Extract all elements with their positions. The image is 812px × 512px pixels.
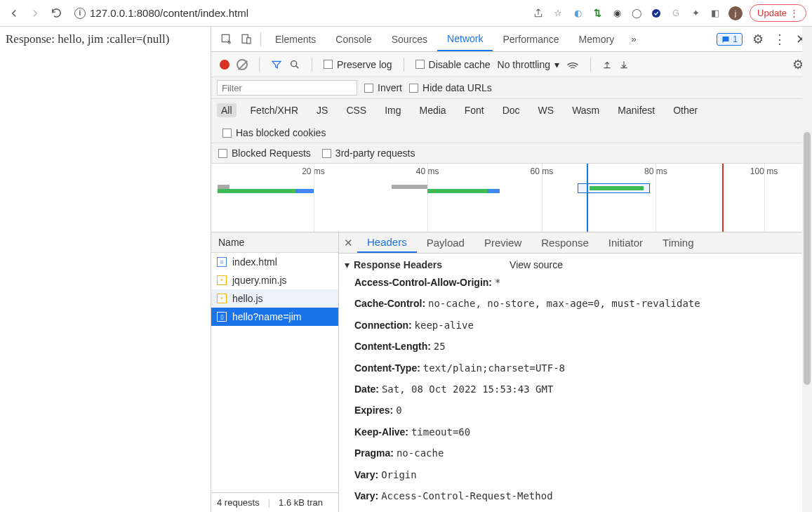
- response-header-row: Vary: Access-Control-Request-Method: [339, 485, 812, 506]
- blocked-cookies-checkbox[interactable]: Has blocked cookies: [222, 127, 326, 138]
- filter-input[interactable]: [217, 80, 357, 96]
- extension-icon-4[interactable]: ◯: [630, 7, 643, 20]
- extension-icon-5[interactable]: [650, 7, 663, 20]
- details-tabbar: ✕ Headers Payload Preview Response Initi…: [339, 232, 812, 254]
- file-request-icon: ▯: [217, 312, 227, 322]
- header-value: 25: [434, 341, 446, 352]
- caret-down-icon: ▾: [345, 259, 350, 270]
- file-js-icon: ∘: [217, 275, 227, 285]
- clear-button[interactable]: [237, 59, 248, 70]
- devtools-panel: Elements Console Sources Network Perform…: [211, 27, 812, 512]
- tab-performance[interactable]: Performance: [493, 27, 568, 51]
- type-other[interactable]: Other: [669, 103, 702, 117]
- more-tabs-icon[interactable]: »: [624, 29, 644, 49]
- type-ws[interactable]: WS: [534, 103, 559, 117]
- filter-toggle-icon[interactable]: [271, 59, 282, 70]
- reload-button[interactable]: [48, 5, 65, 22]
- request-row[interactable]: ≡index.html: [211, 253, 338, 271]
- request-row[interactable]: ∘jquery.min.js: [211, 271, 338, 289]
- site-info-icon[interactable]: i: [74, 8, 86, 19]
- update-button[interactable]: Update⋮: [750, 4, 806, 22]
- tab-elements[interactable]: Elements: [265, 27, 326, 51]
- type-filter-row: All Fetch/XHR JS CSS Img Media Font Doc …: [211, 99, 812, 143]
- requests-count: 4 requests: [217, 497, 260, 508]
- response-headers-section[interactable]: ▾ Response Headers View source: [339, 258, 812, 272]
- details-tab-response[interactable]: Response: [531, 232, 599, 253]
- scrollbar-thumb[interactable]: [804, 132, 811, 385]
- type-doc[interactable]: Doc: [498, 103, 524, 117]
- browser-toolbar: i 127.0.0.1:8080/content/index.html ☆ ◐ …: [0, 0, 812, 27]
- type-manifest[interactable]: Manifest: [613, 103, 659, 117]
- view-source-link[interactable]: View source: [510, 259, 563, 270]
- update-menu-icon[interactable]: ⋮: [790, 8, 799, 18]
- details-tab-preview[interactable]: Preview: [474, 232, 531, 253]
- svg-point-0: [652, 9, 660, 18]
- response-header-row: Date: Sat, 08 Oct 2022 15:53:43 GMT: [339, 379, 812, 400]
- star-icon[interactable]: ☆: [552, 7, 564, 20]
- header-name: Keep-Alive:: [354, 426, 411, 438]
- share-icon[interactable]: [532, 7, 545, 20]
- tab-console[interactable]: Console: [326, 27, 381, 51]
- type-media[interactable]: Media: [415, 103, 451, 117]
- file-html-icon: ≡: [217, 257, 227, 267]
- type-img[interactable]: Img: [380, 103, 405, 117]
- request-row[interactable]: ∘hello.js: [211, 289, 338, 308]
- response-header-row: Cache-Control: no-cache, no-store, max-a…: [339, 293, 812, 314]
- extension-icon-1[interactable]: ◐: [571, 7, 584, 20]
- extension-icon-6[interactable]: G: [670, 7, 682, 20]
- block-row: Blocked Requests 3rd-party requests: [211, 143, 812, 164]
- response-header-row: Vary: Origin: [339, 464, 812, 485]
- extensions-puzzle-icon[interactable]: ✦: [689, 7, 702, 20]
- details-tab-payload[interactable]: Payload: [417, 232, 474, 253]
- type-js[interactable]: JS: [312, 103, 332, 117]
- window-scrollbar[interactable]: [802, 27, 812, 512]
- record-button[interactable]: [220, 60, 229, 70]
- profile-avatar[interactable]: j: [728, 6, 743, 20]
- tab-sources[interactable]: Sources: [382, 27, 437, 51]
- details-tab-timing[interactable]: Timing: [653, 232, 703, 253]
- type-font[interactable]: Font: [460, 103, 488, 117]
- header-name: Date:: [354, 383, 382, 395]
- type-css[interactable]: CSS: [342, 103, 371, 117]
- network-conditions-icon[interactable]: [566, 60, 579, 70]
- header-value: 0: [396, 405, 401, 416]
- third-party-checkbox[interactable]: 3rd-party requests: [322, 147, 415, 159]
- device-toggle-icon[interactable]: [237, 29, 256, 49]
- details-close-icon[interactable]: ✕: [339, 237, 357, 249]
- request-row[interactable]: ▯hello?name=jim: [211, 308, 338, 326]
- invert-checkbox[interactable]: Invert: [364, 82, 402, 93]
- throttling-select[interactable]: No throttling ▾: [498, 59, 559, 70]
- forward-button[interactable]: [27, 5, 44, 22]
- blocked-requests-checkbox[interactable]: Blocked Requests: [218, 147, 311, 159]
- devtools-menu-icon[interactable]: ⋮: [773, 32, 786, 47]
- column-header-name[interactable]: Name: [211, 232, 338, 253]
- settings-gear-icon[interactable]: ⚙: [752, 32, 764, 47]
- issues-badge[interactable]: 1: [717, 33, 743, 46]
- extension-icon-2[interactable]: ⇅: [591, 7, 604, 20]
- type-wasm[interactable]: Wasm: [568, 103, 604, 117]
- disable-cache-checkbox[interactable]: Disable cache: [415, 59, 491, 70]
- address-bar[interactable]: i 127.0.0.1:8080/content/index.html: [74, 7, 248, 19]
- back-button[interactable]: [6, 5, 22, 22]
- tab-network[interactable]: Network: [437, 27, 493, 51]
- extension-icon-3[interactable]: ◉: [611, 7, 623, 20]
- header-value: Sat, 08 Oct 2022 15:53:43 GMT: [382, 383, 553, 395]
- type-all[interactable]: All: [217, 103, 237, 117]
- import-har-icon[interactable]: [602, 59, 612, 70]
- preserve-log-checkbox[interactable]: Preserve log: [324, 59, 392, 70]
- extension-icon-7[interactable]: ◧: [709, 7, 721, 20]
- response-header-row: Vary: Access-Control-Request-Headers: [339, 506, 812, 512]
- hide-data-urls-checkbox[interactable]: Hide data URLs: [409, 82, 492, 93]
- export-har-icon[interactable]: [619, 59, 629, 70]
- inspect-element-icon[interactable]: [217, 29, 237, 49]
- file-js-icon: ∘: [217, 294, 227, 303]
- tab-memory[interactable]: Memory: [569, 27, 625, 51]
- network-timeline[interactable]: 20 ms 40 ms 60 ms 80 ms 100 ms: [211, 164, 812, 232]
- type-fetch[interactable]: Fetch/XHR: [246, 103, 302, 117]
- header-name: Pragma:: [354, 447, 397, 459]
- details-tab-initiator[interactable]: Initiator: [599, 232, 653, 253]
- header-value: text/plain;charset=UTF-8: [423, 362, 565, 374]
- search-icon[interactable]: [289, 59, 300, 70]
- response-header-row: Connection: keep-alive: [339, 315, 812, 336]
- details-tab-headers[interactable]: Headers: [357, 232, 417, 253]
